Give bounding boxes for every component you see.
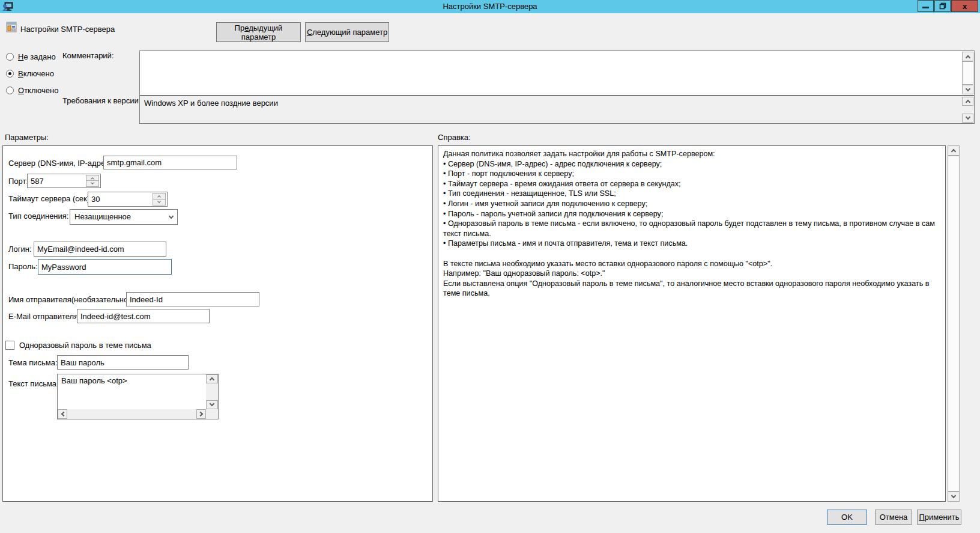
login-input[interactable] [34,242,166,257]
body-field: Ваш пароль <otp> [57,374,219,419]
chevron-left-icon [61,412,65,416]
chevron-up-icon [951,149,956,154]
minimize-button[interactable] [918,0,934,12]
spin-down-button[interactable] [86,181,98,186]
chevron-down-icon [965,86,970,91]
chevron-down-icon [210,401,214,406]
policy-setting-icon [6,22,17,32]
previous-setting-button[interactable]: Предыдущий параметр [216,22,301,42]
connection-type-value: Незащищенное [74,212,131,221]
ok-button[interactable]: OK [827,510,867,525]
scroll-down-button[interactable] [962,114,973,123]
titlebar: Настройки SMTP-сервера x [0,0,980,13]
scrollbar-corner [206,409,218,419]
body-v-scrollbar[interactable] [206,374,218,409]
supported-on-label: Требования к версии: [62,96,141,105]
chevron-up-icon [965,55,970,59]
chevron-up-icon [91,177,94,181]
chevron-up-icon [965,100,970,105]
port-input[interactable] [28,174,85,187]
restore-button[interactable] [934,0,951,12]
sender-name-label: Имя отправителя(необязательно): [8,295,133,304]
timeout-input[interactable] [88,192,151,206]
scrollbar-thumb[interactable] [948,156,960,492]
password-label: Пароль: [8,262,38,271]
restore-icon [939,2,946,10]
radio-label: Включено [18,69,54,78]
subject-input[interactable] [57,355,189,370]
policy-title: Настройки SMTP-сервера [20,25,115,34]
close-button[interactable]: x [951,0,978,12]
chevron-down-icon [169,214,174,219]
spin-down-button[interactable] [153,199,165,206]
sender-email-label: E-Mail отправителя: [8,312,80,321]
timeout-field [88,192,168,207]
timeout-spinner [153,193,166,206]
timeout-label: Таймаут сервера (сек): [8,194,92,203]
login-label: Логин: [8,245,32,254]
port-label: Порт: [8,177,28,186]
chevron-down-icon [951,493,956,498]
radio-circle[interactable] [6,87,14,94]
scroll-down-button[interactable] [962,85,973,94]
server-label: Сервер (DNS-имя, IP-адрес): [8,159,114,168]
scroll-left-button[interactable] [58,409,67,419]
comment-scrollbar[interactable] [962,52,973,94]
radio-not-configured[interactable]: Не задано [6,52,56,61]
next-setting-button[interactable]: Следующий параметр [305,22,389,42]
spin-up-button[interactable] [153,193,165,199]
otp-in-subject-label: Одноразовый пароль в теме письма [19,341,151,350]
scroll-down-button[interactable] [206,400,218,409]
chevron-up-icon [157,195,161,199]
radio-circle[interactable] [6,53,14,61]
scrollbar-thumb[interactable] [962,61,973,85]
supported-scrollbar[interactable] [962,97,973,123]
supported-on-value: Windows XP и более поздние версии [144,99,278,108]
cancel-button[interactable]: Отмена [875,510,912,525]
help-text: Данная политика позволяет задать настрой… [438,146,945,501]
chevron-down-icon [157,199,161,203]
sender-name-input[interactable] [126,292,259,306]
scroll-up-button[interactable] [962,97,973,106]
scroll-down-button[interactable] [948,492,960,502]
body-label: Текст письма: [8,379,59,388]
chevron-down-icon [965,115,970,120]
otp-in-subject-checkbox[interactable] [5,341,14,350]
radio-label: Отключено [18,86,58,95]
port-field [27,174,101,188]
comment-textarea[interactable] [140,51,962,95]
chevron-up-icon [210,377,214,382]
port-spinner [86,175,99,187]
help-panel: Данная политика позволяет задать настрой… [438,145,946,502]
help-section-label: Справка: [438,133,471,142]
apply-button[interactable]: Применить [917,510,961,525]
server-input[interactable] [103,156,237,169]
subject-label: Тема письма: [8,358,58,367]
minimize-icon [922,7,929,8]
chevron-down-icon [91,181,94,184]
radio-disabled[interactable]: Отключено [6,86,58,95]
close-icon: x [963,2,967,11]
body-textarea[interactable]: Ваш пароль <otp> [58,374,205,409]
options-section-label: Параметры: [5,133,49,142]
scroll-up-button[interactable] [206,374,218,383]
spin-up-button[interactable] [86,175,98,181]
scroll-up-button[interactable] [962,52,973,61]
radio-circle-selected[interactable] [6,70,14,78]
chevron-right-icon [198,412,202,416]
scroll-up-button[interactable] [948,145,960,156]
supported-on-box: Windows XP и более поздние версии [139,96,975,124]
scroll-right-button[interactable] [196,409,206,419]
radio-enabled[interactable]: Включено [6,69,54,78]
radio-label: Не задано [18,52,56,61]
password-input[interactable] [38,259,172,275]
sender-email-input[interactable] [77,309,210,323]
body-h-scrollbar[interactable] [58,409,206,419]
help-scrollbar[interactable] [948,145,960,502]
connection-type-label: Тип соединения: [8,212,68,221]
comment-label: Комментарий: [62,51,114,60]
comment-box [139,50,975,96]
connection-type-select[interactable]: Незащищенное [70,209,178,225]
window-title: Настройки SMTP-сервера [0,2,980,11]
